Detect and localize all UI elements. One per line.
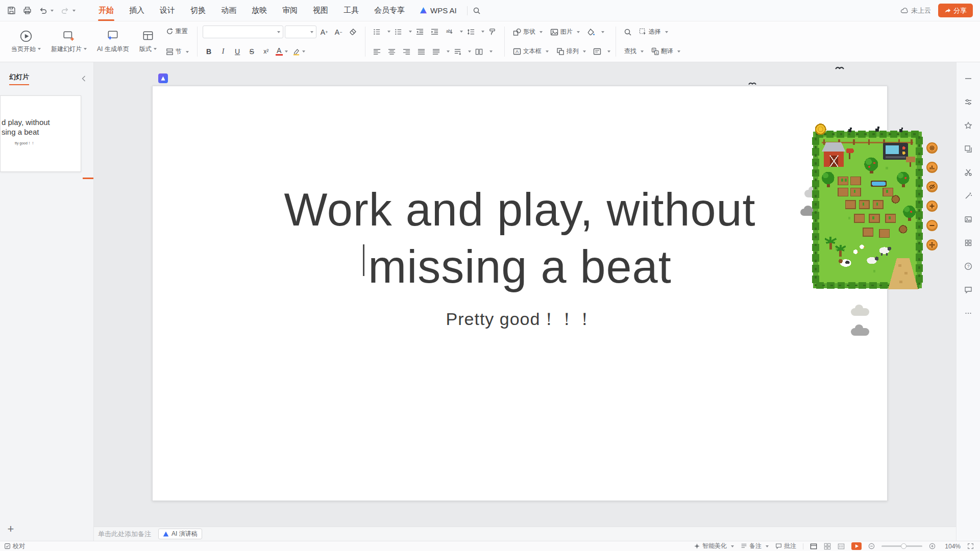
undo-button[interactable]	[37, 4, 56, 17]
collapse-panel-chevron[interactable]	[81, 74, 86, 84]
tab-view[interactable]: 视图	[305, 0, 336, 21]
scissors-icon[interactable]	[963, 167, 973, 178]
comments-toggle-button[interactable]: 批注	[775, 542, 796, 550]
strikethrough-button[interactable]: S	[246, 45, 258, 58]
help-icon[interactable]: ?	[963, 261, 973, 271]
select-button[interactable]: 选择	[636, 26, 671, 38]
line-spacing-button[interactable]	[464, 26, 478, 38]
save-button[interactable]	[5, 4, 18, 17]
game-move-button[interactable]	[926, 239, 938, 251]
align-left-button[interactable]	[371, 45, 384, 58]
zoom-level[interactable]: 104%	[942, 543, 961, 550]
smart-beautify-button[interactable]: 智能美化	[694, 542, 734, 550]
clear-format-button[interactable]	[347, 26, 360, 38]
superscript-button[interactable]: x²	[260, 45, 273, 58]
copy-layers-icon[interactable]	[963, 144, 973, 154]
slides-panel-tab[interactable]: 幻灯片	[9, 72, 29, 85]
slide-subtitle-textbox[interactable]: Pretty good！！！	[153, 308, 887, 331]
game-zoom-out-button[interactable]	[926, 220, 938, 231]
normal-view-button[interactable]	[810, 543, 817, 550]
image-assets-icon[interactable]	[963, 214, 973, 224]
undo-dropdown-caret[interactable]	[51, 10, 54, 12]
distribute-button[interactable]	[430, 45, 443, 58]
game-settings-button[interactable]	[926, 142, 938, 154]
layout-button[interactable]: 版式	[135, 24, 161, 59]
find-button[interactable]: 查找	[621, 45, 647, 58]
share-button[interactable]: 分享	[938, 4, 973, 17]
numbered-list-button[interactable]	[392, 26, 405, 38]
tab-slideshow[interactable]: 放映	[244, 0, 275, 21]
reset-button[interactable]: 重置	[163, 26, 192, 37]
slide-master-button[interactable]	[591, 45, 604, 58]
editor-canvas[interactable]: Work and play, without missing a beat Pr…	[94, 62, 956, 541]
font-name-combo[interactable]	[203, 26, 283, 38]
tab-design[interactable]: 设计	[152, 0, 183, 21]
text-direction-button[interactable]: ab	[443, 26, 456, 38]
align-right-button[interactable]	[400, 45, 413, 58]
zoom-slider-handle[interactable]	[901, 543, 906, 549]
tab-insert[interactable]: 插入	[121, 0, 152, 21]
game-stats-button[interactable]	[926, 162, 938, 173]
grid-apps-icon[interactable]	[963, 238, 973, 248]
slide-sorter-view-button[interactable]	[824, 543, 831, 550]
start-from-current-button[interactable]: 当页开始	[7, 24, 45, 59]
textbox-button[interactable]: A 文本框	[510, 45, 552, 58]
justify-button[interactable]	[415, 45, 428, 58]
game-zoom-in-button[interactable]	[926, 201, 938, 212]
tab-home[interactable]: 开始	[91, 0, 121, 21]
proofread-button[interactable]: 校对	[4, 542, 25, 550]
add-slide-button[interactable]: +	[4, 522, 17, 536]
farm-game-overlay[interactable]	[811, 123, 924, 292]
zoom-out-button[interactable]	[868, 543, 875, 549]
collapse-ribbon-icon[interactable]	[963, 73, 973, 84]
format-painter-button[interactable]	[486, 26, 499, 38]
arrange-button[interactable]: 排列	[553, 45, 589, 58]
print-button[interactable]	[21, 4, 34, 17]
shapes-button[interactable]: 形状	[510, 26, 546, 38]
star-favorite-icon[interactable]	[963, 120, 973, 131]
zoom-slider[interactable]	[881, 545, 922, 547]
decrease-indent-button[interactable]	[413, 26, 427, 38]
fit-slide-button[interactable]	[967, 543, 974, 549]
slide-1[interactable]: Work and play, without missing a beat Pr…	[152, 86, 888, 501]
increase-indent-button[interactable]	[428, 26, 442, 38]
play-slideshow-button[interactable]	[851, 542, 862, 550]
adjust-sliders-icon[interactable]	[963, 97, 973, 107]
cloud-status[interactable]: 未上云	[900, 6, 931, 15]
tab-wps-ai[interactable]: WPS AI	[412, 0, 464, 21]
game-hide-button[interactable]	[926, 181, 938, 192]
slide-title-textbox[interactable]: Work and play, without missing a beat	[153, 181, 887, 295]
ai-assistant-button[interactable]	[158, 73, 168, 83]
columns-button[interactable]	[473, 45, 486, 58]
underline-button[interactable]: U	[231, 45, 244, 58]
section-button[interactable]: 节	[163, 46, 192, 58]
slide-thumbnail-1[interactable]: d play, without sing a beat tty good！！	[0, 95, 81, 172]
decrease-font-button[interactable]: A−	[332, 26, 345, 38]
notes-toggle-button[interactable]: 备注	[741, 542, 769, 550]
comment-icon[interactable]	[963, 285, 973, 295]
zoom-in-button[interactable]	[929, 543, 936, 549]
paragraph-spacing-button[interactable]	[451, 45, 464, 58]
ai-generate-page-button[interactable]: AI 生成单页	[93, 24, 133, 59]
bold-button[interactable]: B	[203, 45, 215, 58]
zoom-find-button[interactable]	[621, 26, 634, 38]
fill-color-button[interactable]	[584, 26, 598, 38]
new-slide-button[interactable]: 新建幻灯片	[47, 24, 91, 59]
font-color-button[interactable]: A	[274, 45, 289, 58]
tab-review[interactable]: 审阅	[275, 0, 305, 21]
ai-script-button[interactable]: AI 演讲稿	[158, 529, 202, 539]
tab-animation[interactable]: 动画	[213, 0, 244, 21]
bullet-list-button[interactable]	[371, 26, 384, 38]
translate-button[interactable]: 文A 翻译	[648, 45, 683, 58]
search-button[interactable]	[471, 5, 483, 17]
notes-placeholder[interactable]: 单击此处添加备注	[98, 530, 151, 539]
italic-button[interactable]: I	[217, 45, 230, 58]
increase-font-button[interactable]: A+	[318, 26, 331, 38]
tab-transition[interactable]: 切换	[183, 0, 213, 21]
redo-dropdown-caret[interactable]	[72, 10, 76, 12]
font-size-combo[interactable]	[285, 26, 316, 38]
redo-button[interactable]	[59, 4, 78, 17]
align-center-button[interactable]	[385, 45, 399, 58]
tab-tools[interactable]: 工具	[336, 0, 366, 21]
tab-member[interactable]: 会员专享	[366, 0, 412, 21]
